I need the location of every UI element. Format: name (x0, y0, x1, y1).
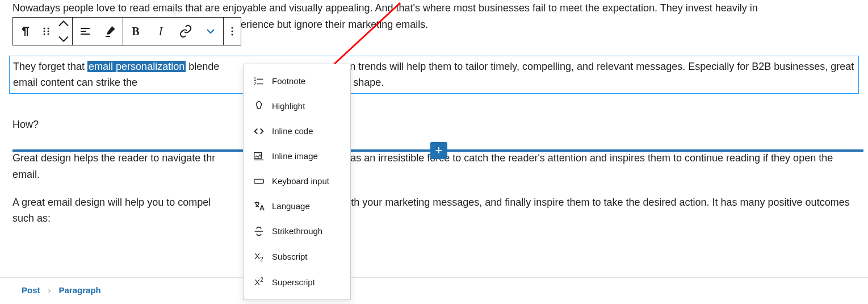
svg-text:2: 2 (254, 81, 257, 86)
p4-a: Great design helps the reader to navigat… (12, 152, 215, 164)
keyboard-icon (253, 175, 265, 188)
image-icon (253, 150, 265, 163)
drag-handle-icon[interactable] (38, 18, 55, 45)
paragraph-1a: Nowadays people love to read emails that… (12, 2, 758, 14)
dropdown-label: Language (272, 199, 310, 213)
link-icon[interactable] (173, 18, 198, 45)
dropdown-label: Keyboard input (272, 174, 329, 188)
code-icon (253, 125, 265, 138)
svg-point-5 (48, 34, 49, 35)
paragraph-3[interactable]: How? (12, 116, 856, 133)
breadcrumb-current[interactable]: Paragraph (59, 284, 101, 297)
more-options-icon[interactable] (224, 18, 241, 45)
dropdown-inline-code[interactable]: Inline code (244, 119, 350, 144)
dropdown-label: Footnote (272, 74, 305, 88)
svg-point-3 (48, 28, 49, 30)
footnote-icon: 12 (253, 75, 265, 88)
chevron-down-icon (57, 33, 70, 45)
paragraph-5[interactable]: A great email design will help you to co… (12, 194, 856, 227)
dropdown-label: Superscript (272, 276, 315, 289)
dropdown-superscript[interactable]: X2 Superscript (244, 270, 350, 295)
highlighter-icon[interactable] (98, 18, 123, 45)
p5-a: A great email design will help you to co… (12, 197, 211, 208)
p2-a: They forget that (13, 61, 87, 72)
dropdown-language[interactable]: Language (244, 194, 350, 219)
dropdown-label: Strikethrough (272, 224, 322, 238)
svg-point-8 (232, 34, 233, 36)
selected-text[interactable]: email personalization (87, 61, 186, 72)
dropdown-label: Subscript (272, 250, 308, 264)
svg-point-1 (44, 31, 45, 32)
svg-point-7 (232, 31, 233, 32)
formatting-dropdown: 12 Footnote Highlight Inline code Inline… (243, 64, 351, 300)
chevron-right-icon: › (48, 284, 51, 297)
dropdown-label: Highlight (272, 99, 305, 113)
paragraph-icon[interactable] (13, 18, 38, 45)
selected-paragraph-block[interactable]: They forget that email personalization b… (9, 56, 859, 94)
highlight-icon (253, 100, 265, 113)
block-toolbar: B I (12, 17, 241, 45)
superscript-icon: X2 (253, 276, 265, 289)
svg-point-2 (44, 34, 45, 35)
align-icon[interactable] (73, 18, 98, 45)
bold-button[interactable]: B (123, 18, 148, 45)
p2-b: blende (186, 61, 219, 72)
language-icon (253, 200, 265, 213)
subscript-icon: X2 (253, 249, 265, 264)
svg-point-4 (48, 31, 49, 32)
dropdown-inline-image[interactable]: Inline image (244, 144, 350, 169)
dropdown-highlight[interactable]: Highlight (244, 94, 350, 119)
svg-point-6 (232, 27, 233, 29)
italic-button[interactable]: I (148, 18, 173, 45)
chevron-up-icon (57, 18, 70, 30)
dropdown-keyboard[interactable]: Keyboard input (244, 169, 350, 194)
paragraph-1b: perience but ignore their marketing emai… (235, 19, 428, 30)
block-inserter-button[interactable]: + (430, 142, 447, 159)
svg-rect-12 (254, 179, 264, 183)
move-updown[interactable] (55, 18, 72, 45)
dropdown-label: Inline image (272, 149, 318, 163)
dropdown-strikethrough[interactable]: Strikethrough (244, 219, 350, 244)
dropdown-label: Inline code (272, 124, 313, 138)
more-formatting-chevron[interactable] (198, 18, 223, 45)
breadcrumb-root[interactable]: Post (22, 284, 40, 297)
breadcrumb: Post › Paragraph (0, 277, 868, 303)
strikethrough-icon (253, 225, 265, 238)
dropdown-footnote[interactable]: 12 Footnote (244, 69, 350, 94)
dropdown-subscript[interactable]: X2 Subscript (244, 244, 350, 270)
svg-point-0 (44, 28, 45, 30)
